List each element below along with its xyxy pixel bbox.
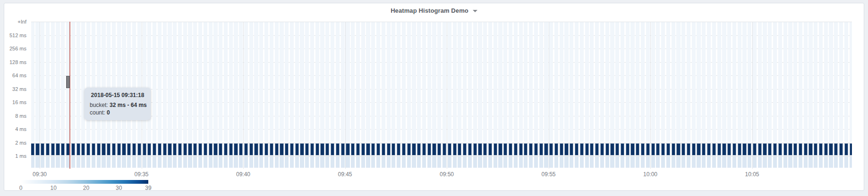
heatmap-cell[interactable] <box>147 156 151 168</box>
heatmap-cell[interactable] <box>315 22 319 142</box>
heatmap-cell[interactable] <box>580 156 584 168</box>
heatmap-cell[interactable] <box>702 156 706 168</box>
heatmap-cell[interactable] <box>768 22 772 142</box>
heatmap-cell[interactable] <box>143 156 146 168</box>
heatmap-cell[interactable] <box>626 143 630 155</box>
heatmap-cell[interactable] <box>346 156 349 168</box>
heatmap-cell[interactable] <box>646 22 650 142</box>
heatmap-cell[interactable] <box>254 156 258 168</box>
heatmap-cell[interactable] <box>153 143 156 155</box>
heatmap-cell[interactable] <box>443 22 446 142</box>
heatmap-cell[interactable] <box>168 22 171 142</box>
heatmap-cell[interactable] <box>402 143 406 155</box>
heatmap-cell[interactable] <box>478 156 482 168</box>
heatmap-cell[interactable] <box>748 22 751 142</box>
heatmap-cell[interactable] <box>193 22 197 142</box>
heatmap-cell[interactable] <box>519 156 523 168</box>
heatmap-cell[interactable] <box>692 156 696 168</box>
heatmap-cell[interactable] <box>544 143 548 155</box>
heatmap-cell[interactable] <box>626 22 630 142</box>
heatmap-cell[interactable] <box>259 143 263 155</box>
heatmap-cell[interactable] <box>590 22 594 142</box>
heatmap-cell[interactable] <box>793 22 797 142</box>
heatmap-cell[interactable] <box>102 156 105 168</box>
heatmap-cell[interactable] <box>361 156 365 168</box>
heatmap-cell[interactable] <box>183 156 187 168</box>
heatmap-cell[interactable] <box>595 22 599 142</box>
heatmap-cell[interactable] <box>570 143 573 155</box>
heatmap-cell[interactable] <box>458 156 461 168</box>
heatmap-cell[interactable] <box>666 143 670 155</box>
heatmap-cell[interactable] <box>804 143 808 155</box>
heatmap-cell[interactable] <box>371 22 375 142</box>
heatmap-cell[interactable] <box>814 22 817 142</box>
heatmap-cell[interactable] <box>264 156 268 168</box>
heatmap-cell[interactable] <box>585 156 589 168</box>
heatmap-cell[interactable] <box>77 156 80 168</box>
heatmap-cell[interactable] <box>387 156 391 168</box>
heatmap-cell[interactable] <box>229 22 233 142</box>
heatmap-cell[interactable] <box>275 143 279 155</box>
heatmap-cell[interactable] <box>672 22 675 142</box>
heatmap-cell[interactable] <box>244 156 248 168</box>
heatmap-cell[interactable] <box>137 22 141 142</box>
heatmap-cell[interactable] <box>763 156 766 168</box>
heatmap-cell[interactable] <box>107 143 111 155</box>
heatmap-cell[interactable] <box>600 143 604 155</box>
heatmap-cell[interactable] <box>687 156 690 168</box>
heatmap-cell[interactable] <box>448 143 451 155</box>
heatmap-cell[interactable] <box>534 143 538 155</box>
heatmap-cell[interactable] <box>71 143 75 155</box>
heatmap-cell[interactable] <box>417 156 421 168</box>
heatmap-cell[interactable] <box>270 156 273 168</box>
heatmap-cell[interactable] <box>656 143 660 155</box>
heatmap-cell[interactable] <box>163 143 167 155</box>
heatmap-cell[interactable] <box>437 22 441 142</box>
heatmap-cell[interactable] <box>147 22 151 142</box>
heatmap-cell[interactable] <box>844 22 848 142</box>
heatmap-cell[interactable] <box>575 143 579 155</box>
heatmap-cell[interactable] <box>209 22 213 142</box>
heatmap-cell[interactable] <box>188 156 192 168</box>
heatmap-cell[interactable] <box>514 143 518 155</box>
heatmap-cell[interactable] <box>107 22 111 142</box>
heatmap-cell[interactable] <box>839 143 843 155</box>
heatmap-cell[interactable] <box>366 22 370 142</box>
heatmap-cell[interactable] <box>56 22 60 142</box>
heatmap-cell[interactable] <box>168 143 171 155</box>
heatmap-cell[interactable] <box>35 156 39 168</box>
heatmap-cell[interactable] <box>285 22 289 142</box>
heatmap-cell[interactable] <box>630 143 634 155</box>
heatmap-cell[interactable] <box>763 143 766 155</box>
heatmap-cell[interactable] <box>544 22 548 142</box>
heatmap-cell[interactable] <box>676 143 680 155</box>
heatmap-cell[interactable] <box>254 143 258 155</box>
heatmap-cell[interactable] <box>193 143 197 155</box>
heatmap-cell[interactable] <box>336 143 340 155</box>
heatmap-cell[interactable] <box>488 143 492 155</box>
heatmap-cell[interactable] <box>382 22 385 142</box>
heatmap-cell[interactable] <box>834 22 838 142</box>
heatmap-cell[interactable] <box>382 143 385 155</box>
heatmap-cell[interactable] <box>819 156 823 168</box>
heatmap-cell[interactable] <box>137 156 141 168</box>
heatmap-cell[interactable] <box>615 143 619 155</box>
heatmap-cell[interactable] <box>341 156 345 168</box>
heatmap-cell[interactable] <box>595 143 599 155</box>
heatmap-cell[interactable] <box>641 22 645 142</box>
heatmap-cell[interactable] <box>473 143 477 155</box>
heatmap-cell[interactable] <box>600 22 604 142</box>
heatmap-cell[interactable] <box>717 156 721 168</box>
heatmap-cell[interactable] <box>753 143 757 155</box>
heatmap-cell[interactable] <box>829 22 833 142</box>
heatmap-cell[interactable] <box>458 22 461 142</box>
heatmap-cell[interactable] <box>453 156 457 168</box>
heatmap-cell[interactable] <box>610 143 614 155</box>
heatmap-cell[interactable] <box>488 156 492 168</box>
panel-header[interactable]: Heatmap Histogram Demo <box>4 3 864 17</box>
heatmap-cell[interactable] <box>615 156 619 168</box>
heatmap-cell[interactable] <box>46 143 50 155</box>
heatmap-cell[interactable] <box>819 22 823 142</box>
heatmap-cell[interactable] <box>564 156 568 168</box>
heatmap-cell[interactable] <box>178 22 182 142</box>
